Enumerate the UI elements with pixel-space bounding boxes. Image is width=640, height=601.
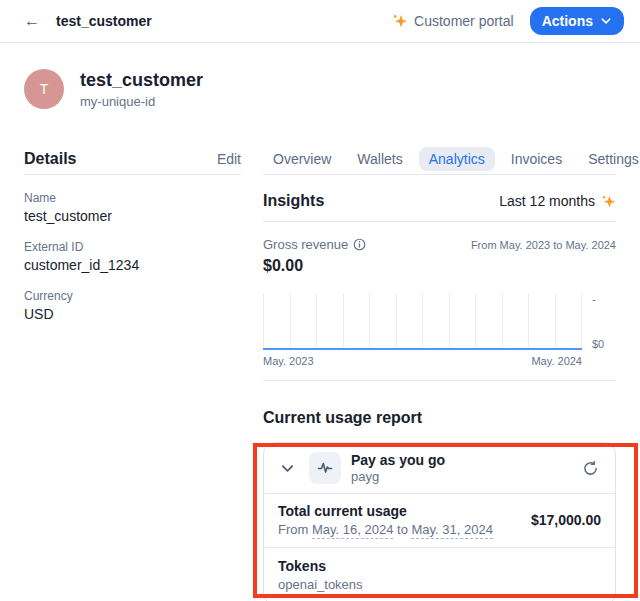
tab-invoices[interactable]: Invoices: [501, 147, 572, 171]
gross-revenue-amount: $0.00: [263, 257, 616, 275]
back-arrow-icon[interactable]: ←: [24, 12, 48, 30]
usage-total-amount: $17,000.00: [531, 512, 601, 528]
avatar-initial: T: [40, 81, 49, 97]
field-value: test_customer: [24, 208, 241, 224]
actions-button[interactable]: Actions: [530, 7, 624, 35]
plan-code: payg: [351, 469, 445, 484]
period-start-date[interactable]: May. 16, 2024: [312, 522, 393, 539]
customer-external-id: my-unique-id: [80, 94, 203, 109]
y-axis-tick: $0: [592, 338, 616, 350]
topbar-title: test_customer: [56, 13, 152, 29]
top-bar: ← test_customer Customer portal Actions: [0, 0, 640, 43]
usage-plan-row[interactable]: Pay as you go payg: [264, 443, 615, 493]
field-label: Currency: [24, 289, 241, 303]
sparkle-icon: [601, 194, 616, 209]
customer-portal-link[interactable]: Customer portal: [392, 13, 514, 29]
detail-field-name: Name test_customer: [24, 191, 241, 224]
tab-bar: Overview Wallets Analytics Invoices Sett…: [263, 143, 616, 175]
tab-overview[interactable]: Overview: [263, 147, 341, 171]
insights-header: Insights Last 12 months: [263, 175, 616, 222]
actions-button-label: Actions: [542, 13, 593, 29]
chevron-down-icon: [600, 15, 612, 27]
chart-gridlines: [263, 293, 582, 350]
plan-name: Pay as you go: [351, 452, 445, 468]
info-icon[interactable]: [353, 238, 366, 251]
customer-header: T test_customer my-unique-id: [0, 43, 640, 109]
x-axis-tick: May. 2024: [531, 355, 582, 367]
customer-page: ← test_customer Customer portal Actions …: [0, 0, 640, 601]
field-label: Name: [24, 191, 241, 205]
usage-report-heading: Current usage report: [263, 409, 616, 427]
main-panel: Overview Wallets Analytics Invoices Sett…: [263, 143, 616, 601]
customer-portal-label: Customer portal: [414, 13, 514, 29]
collapse-chevron-icon[interactable]: [278, 459, 297, 478]
charge-name: Tokens: [278, 558, 601, 574]
avatar: T: [24, 69, 64, 109]
gross-revenue-chart: May. 2023 May. 2024 - $0: [263, 293, 616, 367]
edit-button[interactable]: Edit: [217, 151, 241, 167]
refresh-icon[interactable]: [580, 458, 601, 479]
details-panel: Details Edit Name test_customer External…: [24, 143, 241, 601]
tab-analytics[interactable]: Analytics: [419, 147, 495, 171]
usage-total-row: Total current usage From May. 16, 2024 t…: [264, 494, 615, 547]
insights-heading: Insights: [263, 192, 324, 210]
field-value: customer_id_1234: [24, 257, 241, 273]
pulse-icon: [309, 452, 341, 484]
y-axis-tick: -: [592, 293, 616, 305]
field-value: USD: [24, 306, 241, 322]
divider: [263, 380, 616, 381]
sparkle-icon: [392, 13, 408, 29]
usage-charge-row: Tokens openai_tokens: [264, 548, 615, 601]
gross-revenue-label: Gross revenue: [263, 237, 348, 252]
tab-settings[interactable]: Settings: [578, 147, 640, 171]
usage-period: From May. 16, 2024 to May. 31, 2024: [278, 522, 493, 537]
x-axis-tick: May. 2023: [263, 355, 314, 367]
charge-code: openai_tokens: [278, 577, 601, 592]
chart-line-series: [263, 348, 582, 350]
period-end-date[interactable]: May. 31, 2024: [411, 522, 492, 539]
period-word: From: [278, 522, 308, 537]
usage-card: Pay as you go payg Total current usage F…: [263, 442, 616, 601]
field-label: External ID: [24, 240, 241, 254]
customer-name: test_customer: [80, 70, 203, 91]
detail-field-currency: Currency USD: [24, 289, 241, 322]
period-selector[interactable]: Last 12 months: [499, 193, 616, 209]
details-heading: Details: [24, 150, 76, 168]
period-label: Last 12 months: [499, 193, 595, 209]
chart-date-range: From May. 2023 to May. 2024: [471, 239, 616, 251]
detail-field-external-id: External ID customer_id_1234: [24, 240, 241, 273]
usage-total-label: Total current usage: [278, 503, 493, 519]
period-word: to: [397, 522, 408, 537]
tab-wallets[interactable]: Wallets: [347, 147, 412, 171]
